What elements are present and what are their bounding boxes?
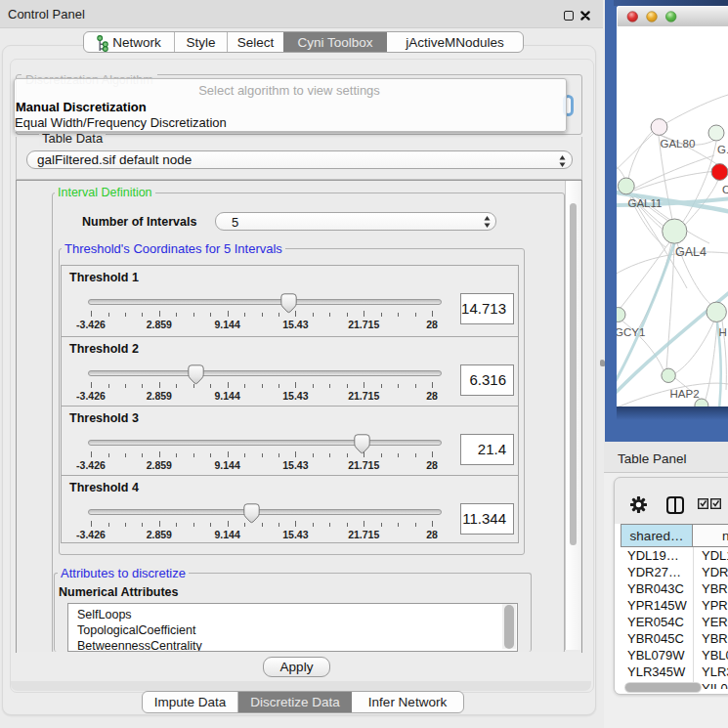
- svg-text:G.: G.: [717, 144, 728, 155]
- svg-text:GAL11: GAL11: [628, 197, 663, 209]
- svg-text:GAL80: GAL80: [661, 138, 696, 150]
- svg-text:HAP2: HAP2: [670, 388, 700, 400]
- svg-text:C: C: [722, 184, 728, 195]
- svg-text:GCY1: GCY1: [617, 326, 645, 338]
- svg-text:H: H: [719, 326, 727, 338]
- svg-text:GAL4: GAL4: [675, 245, 707, 259]
